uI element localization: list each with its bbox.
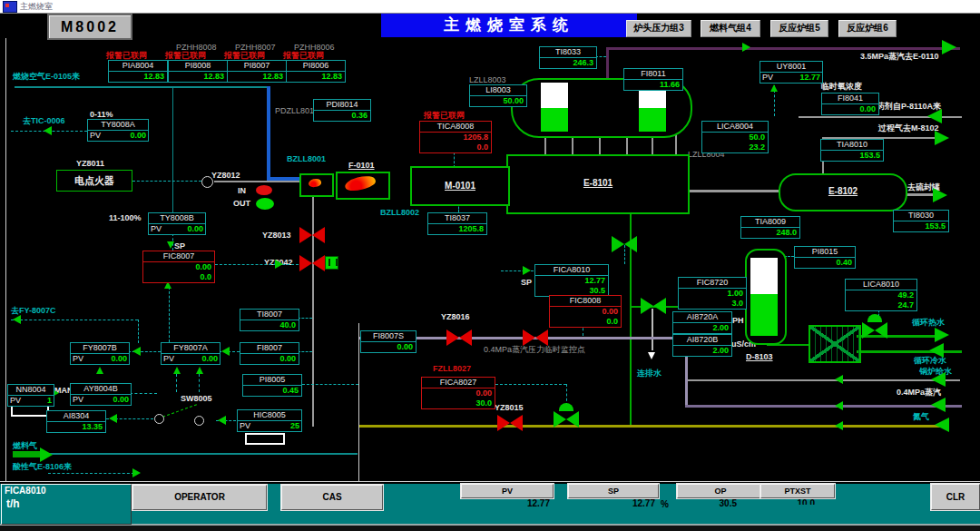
- nav-button-fuel-gas-group4[interactable]: 燃料气组4: [701, 20, 760, 37]
- meter-fy8007a[interactable]: FY8007APV0.00: [161, 342, 220, 365]
- meter-pi8008[interactable]: PI800812.83: [168, 60, 228, 83]
- flow-arrow: [835, 401, 843, 410]
- meter-ay8004b[interactable]: AY8004BPV0.00: [70, 383, 132, 406]
- valve-yz8016[interactable]: [446, 329, 472, 346]
- meter-lica8004[interactable]: LICA800450.023.2: [701, 121, 769, 153]
- pipe-acid-gas: [48, 473, 134, 474]
- meter-ai8720a[interactable]: AI8720A2.00: [672, 311, 732, 334]
- sp-button[interactable]: SP: [568, 484, 659, 498]
- meter-fica8010[interactable]: FICA801012.7730.5: [534, 264, 609, 297]
- meter-fi8011[interactable]: FI801111.66: [623, 68, 683, 91]
- flow-label-steam35: 3.5MPa蒸汽去E-0110: [860, 52, 939, 61]
- meter-ti8030[interactable]: TI8030153.5: [893, 210, 949, 232]
- meter-pi8015[interactable]: PI80150.40: [794, 246, 856, 269]
- vessel-label-d8103[interactable]: D-8103: [746, 352, 773, 361]
- meter-fic8008[interactable]: FIC80080.000.0: [549, 295, 622, 328]
- flow-arrow: [44, 126, 52, 135]
- meter-ti8007[interactable]: TI800740.0: [240, 309, 299, 331]
- meter-fi8041[interactable]: FI80410.00: [821, 93, 879, 115]
- valve-yz8042[interactable]: [299, 255, 325, 271]
- vessel-e8102: E-8102: [779, 173, 907, 211]
- flow-arrow: [742, 43, 750, 52]
- window-title: 主燃烧室: [20, 1, 53, 13]
- pipe-to-sulfur: [904, 193, 933, 196]
- valve-fic8720[interactable]: [641, 298, 666, 314]
- vessel-label-m0101[interactable]: M-0101: [412, 181, 508, 191]
- drum-level-gauge: [541, 108, 568, 132]
- pipe-fuel-gas: [40, 453, 358, 455]
- vessel-label-e8102[interactable]: E-8102: [780, 186, 906, 196]
- flow-arrow: [275, 260, 283, 269]
- meter-ti8033[interactable]: TI8033246.3: [539, 46, 597, 69]
- meter-pi8007[interactable]: PI800712.83: [227, 60, 287, 83]
- pipe-process-gas: [686, 190, 779, 192]
- clr-button[interactable]: CLR: [931, 484, 980, 510]
- meter-pdi8014[interactable]: PDI80140.36: [313, 99, 371, 122]
- nav-button-reactor-group6[interactable]: 反应炉组6: [838, 20, 897, 37]
- flow-arrow: [109, 414, 117, 423]
- meter-fy8007b[interactable]: FY8007BPV0.00: [70, 342, 130, 365]
- status-lamp-out: [256, 198, 274, 210]
- meter-ty8008b[interactable]: TY8008BPV0.00: [148, 212, 206, 235]
- unit-label-ph: PH: [732, 316, 744, 325]
- meter-pia8004[interactable]: PIA800412.83: [108, 60, 168, 83]
- pipe-air-duct-vertical: [267, 86, 270, 181]
- meter-tica8008[interactable]: TICA80081205.80.0: [419, 121, 492, 153]
- meter-pi8005[interactable]: PI80050.45: [242, 374, 302, 397]
- nav-button-furnace-pressure-group3[interactable]: 炉头压力组3: [626, 20, 691, 37]
- meter-ai8304[interactable]: AI830413.35: [46, 410, 106, 433]
- flow-arrow: [96, 367, 103, 374]
- meter-ai8720b[interactable]: AI8720B2.00: [672, 334, 732, 357]
- signal-fica8027: [495, 384, 566, 385]
- signal-igniter: [132, 181, 201, 182]
- valve-yz8015[interactable]: [497, 415, 523, 431]
- igniter-label: 电点火器: [57, 171, 132, 191]
- pv-button[interactable]: PV: [461, 484, 554, 498]
- tag-bzll8002: BZLL8002: [380, 208, 419, 217]
- meter-fic8007[interactable]: FIC80070.000.0: [142, 251, 215, 283]
- meter-uy8001[interactable]: UY8001PV12.77: [760, 61, 823, 84]
- meter-fi8007[interactable]: FI80070.00: [240, 342, 299, 365]
- signal-line: [169, 287, 170, 342]
- igniter-box[interactable]: 电点火器: [56, 170, 132, 192]
- flow-arrow: [770, 84, 778, 92]
- alarm-linked-label: 报警已联网: [165, 51, 206, 60]
- pipe-bfw: [688, 379, 960, 381]
- tag-yz8013: YZ8013: [262, 231, 291, 240]
- meter-hic8005[interactable]: HIC8005PV25: [237, 409, 302, 432]
- valve-n2-control[interactable]: [554, 411, 579, 428]
- meter-pi8006[interactable]: PI800612.83: [286, 60, 346, 83]
- pipe-steam-35-riser: [606, 47, 609, 80]
- meter-fica8027[interactable]: FICA80270.0030.0: [421, 377, 495, 409]
- signal-line: [298, 351, 312, 352]
- pipe-air-branch: [172, 86, 173, 213]
- pipe-igniter: [214, 181, 301, 182]
- tag-bzll8001: BZLL8001: [287, 154, 326, 163]
- cas-button[interactable]: CAS: [281, 485, 383, 510]
- panel-divider: [0, 481, 980, 482]
- flow-arrow: [196, 367, 203, 374]
- valve-hotwater-control[interactable]: [862, 322, 887, 339]
- vessel-label-e8101[interactable]: E-8101: [508, 178, 688, 188]
- window-titlebar: 主燃烧室: [0, 0, 980, 14]
- vessel-label-f0101[interactable]: F-0101: [348, 161, 375, 170]
- ptxst-button[interactable]: PTXST: [760, 484, 835, 498]
- meter-li8003[interactable]: LI800350.00: [469, 84, 527, 107]
- valve-yz8013[interactable]: [299, 227, 325, 243]
- operator-button[interactable]: OPERATOR: [132, 485, 267, 510]
- meter-lica8010[interactable]: LICA801049.224.7: [845, 279, 917, 311]
- valve-steam-temp[interactable]: [523, 329, 548, 346]
- alarm-linked-label: 报警已联网: [283, 51, 324, 60]
- op-button[interactable]: OP: [677, 484, 764, 498]
- meter-nn8004[interactable]: NN8004PV1: [7, 384, 54, 407]
- meter-fi8007s[interactable]: FI8007S0.00: [360, 330, 416, 353]
- meter-ti8037[interactable]: TI80371205.8: [427, 212, 487, 235]
- meter-fic8720[interactable]: FIC87201.003.0: [678, 277, 747, 310]
- meter-ty8008a[interactable]: TY8008APV0.00: [87, 119, 149, 142]
- meter-tia8009[interactable]: TIA8009248.0: [740, 216, 800, 239]
- nav-button-reactor-group5[interactable]: 反应炉组5: [770, 20, 828, 37]
- valve-blowdown[interactable]: [612, 236, 637, 252]
- sp-value: 12.77: [568, 498, 655, 508]
- switch-contact: [194, 416, 204, 426]
- meter-tia8010[interactable]: TIA8010153.5: [820, 139, 884, 162]
